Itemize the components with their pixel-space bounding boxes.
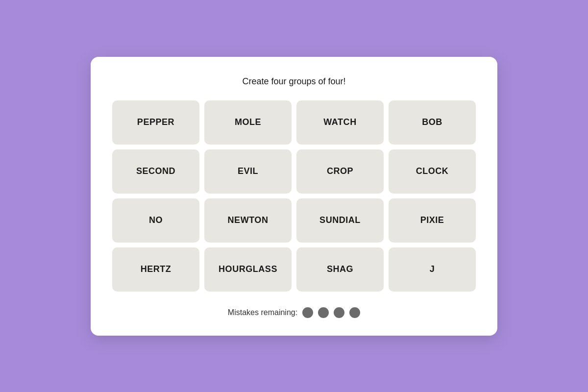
word-card[interactable]: MOLE	[204, 100, 292, 145]
game-container: Create four groups of four! PEPPERMOLEWA…	[91, 57, 497, 336]
game-title: Create four groups of four!	[112, 76, 476, 87]
word-card[interactable]: J	[389, 247, 476, 292]
mistakes-dots	[302, 307, 360, 318]
word-card[interactable]: CROP	[296, 149, 384, 194]
word-card[interactable]: NEWTON	[204, 198, 292, 243]
mistake-dot	[334, 307, 344, 318]
word-card[interactable]: WATCH	[296, 100, 384, 145]
word-card[interactable]: EVIL	[204, 149, 292, 194]
word-card[interactable]: NO	[112, 198, 199, 243]
word-card[interactable]: SHAG	[296, 247, 384, 292]
mistake-dot	[318, 307, 329, 318]
word-card[interactable]: HERTZ	[112, 247, 199, 292]
mistakes-row: Mistakes remaining:	[112, 307, 476, 318]
word-card[interactable]: HOURGLASS	[204, 247, 292, 292]
word-card[interactable]: SUNDIAL	[296, 198, 384, 243]
mistake-dot	[302, 307, 313, 318]
word-card[interactable]: SECOND	[112, 149, 199, 194]
mistake-dot	[349, 307, 360, 318]
word-card[interactable]: PEPPER	[112, 100, 199, 145]
mistakes-label: Mistakes remaining:	[228, 308, 297, 317]
word-card[interactable]: PIXIE	[389, 198, 476, 243]
word-card[interactable]: BOB	[389, 100, 476, 145]
word-grid: PEPPERMOLEWATCHBOBSECONDEVILCROPCLOCKNON…	[112, 100, 476, 292]
word-card[interactable]: CLOCK	[389, 149, 476, 194]
